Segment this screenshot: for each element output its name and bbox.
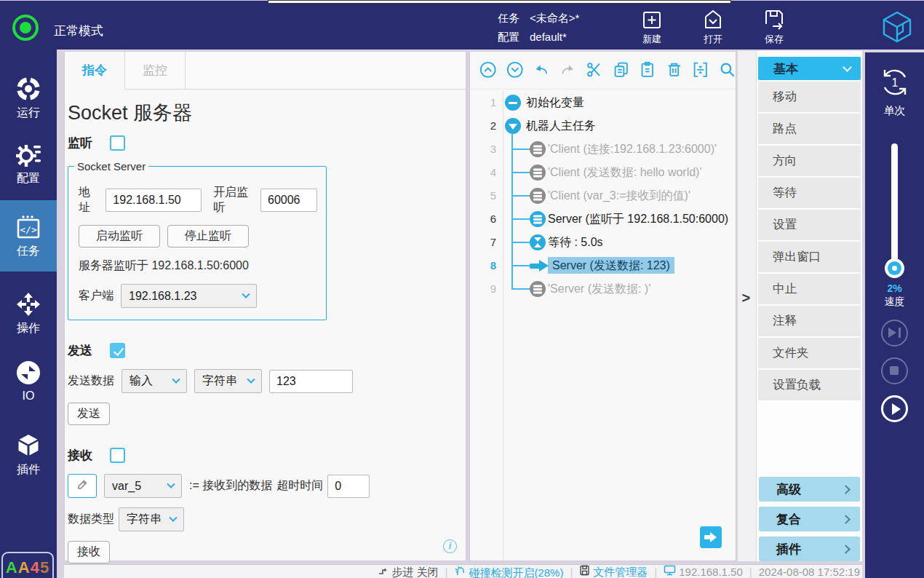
play-button[interactable] [881,395,908,422]
send-type-select[interactable]: 字符串 [194,369,262,393]
robot-id-badge[interactable]: AA45 [1,552,54,578]
listen-checkbox[interactable] [110,135,125,151]
step-forward-button[interactable] [881,320,908,347]
sidebar-item-run[interactable]: 运行 [0,76,57,121]
receive-var-select[interactable]: var_5 [104,474,182,498]
command-item-label: 移动 [773,89,797,105]
undo-icon[interactable] [533,61,550,80]
command-item[interactable]: 设置 [758,210,861,240]
datatype-select[interactable]: 字符串 [119,507,184,531]
address-input[interactable] [105,189,202,212]
step-mode-icon [378,565,389,578]
copy-icon[interactable] [613,61,630,80]
command-group-label: 复合 [776,511,801,528]
sidebar-item-io[interactable]: IO [0,360,57,403]
tree-row[interactable]: 8 Server (发送数据: 123) [470,254,736,277]
node-icon [505,95,521,111]
tree-row[interactable]: 5 'Client (var_3:=接收到的值)' [470,184,736,207]
command-item[interactable]: 注释 [758,306,861,336]
command-group-composite[interactable]: 复合 [759,507,860,531]
edit-variable-button[interactable] [68,474,97,498]
send-checkbox[interactable] [110,343,125,358]
file-manager-link[interactable]: 文件管理器 [579,565,648,578]
start-listen-button[interactable]: 启动监听 [79,225,160,248]
robot-status-indicator[interactable] [12,15,39,41]
command-group-basic[interactable]: 基本 [758,57,861,80]
cut-icon[interactable] [586,61,603,80]
tree-row[interactable]: 4 'Client (发送数据: hello world)' [470,161,736,184]
paste-icon[interactable] [639,61,656,80]
tree-row[interactable]: 7 等待 : 5.0s [470,231,736,254]
sidebar-item-label: 任务 [0,244,57,259]
tab-monitor[interactable]: 监控 [125,52,186,90]
command-item[interactable]: 设置负载 [758,370,861,400]
svg-text:1: 1 [891,76,898,89]
sidebar-item-operate[interactable]: 操作 [0,291,57,336]
chevron-down-icon [247,375,255,383]
command-item[interactable]: 中止 [758,274,861,304]
expand-all-icon[interactable] [506,61,524,80]
command-group-label: 高级 [776,481,801,498]
chevron-down-icon [172,375,180,383]
command-item[interactable]: 路点 [758,114,861,144]
network-status[interactable]: 192.168.1.50 [664,565,743,578]
timeout-input[interactable] [327,475,370,498]
sidebar-item-label: 操作 [0,321,57,336]
insert-icon[interactable] [692,61,709,80]
sidebar-item-config[interactable]: 配置 [0,141,57,186]
redo-icon[interactable] [559,61,577,80]
insert-arrow-button[interactable] [700,526,722,548]
collision-text: 碰撞检测开启(28%) [469,566,563,578]
send-source-select[interactable]: 输入 [122,369,187,393]
collapse-all-icon[interactable] [479,61,497,80]
command-item[interactable]: 方向 [758,146,861,176]
command-group-advanced[interactable]: 高级 [759,477,860,502]
tree-row[interactable]: 1 初始化变量 [470,91,736,114]
command-item[interactable]: 文件夹 [758,338,861,368]
receive-checkbox[interactable] [110,448,125,463]
save-button[interactable]: 保存 [754,8,794,46]
speed-slider-track[interactable] [891,143,898,277]
tree-row[interactable]: 3 'Client (连接:192.168.1.23:6000)' [470,138,736,161]
command-group-plugin[interactable]: 插件 [759,537,860,561]
send-value-input[interactable] [269,370,353,393]
new-button[interactable]: 新建 [632,8,672,46]
speed-label: 速度 [865,296,924,309]
status-separator: | [749,565,752,578]
search-icon[interactable] [719,61,736,80]
open-button[interactable]: 打开 [693,8,733,46]
io-icon [0,360,57,386]
pencil-icon [75,478,89,495]
stop-listen-button[interactable]: 停止监听 [167,225,249,248]
tree-row[interactable]: 9 'Server (发送数据: )' [470,277,736,301]
info-icon[interactable]: i [443,539,457,553]
chevron-down-icon [169,513,177,521]
receive-button[interactable]: 接收 [68,541,110,563]
command-item[interactable]: 移动 [758,82,861,112]
delete-icon[interactable] [666,61,683,80]
port-input[interactable] [260,189,317,212]
single-run-toggle[interactable]: 1 单次 [865,66,924,118]
collision-status[interactable]: 碰撞检测开启(28%) [454,565,563,578]
node-icon [530,188,546,204]
node-icon [530,141,546,157]
sidebar-item-task[interactable]: </> 任务 [0,200,57,272]
step-mode-status[interactable]: 步进 关闭 [378,565,438,578]
address-label: 地址 [79,185,98,215]
socket-server-form: Socket 服务器 监听 Socket Server 地址 开启监听 启动监听… [65,90,466,563]
tree-row[interactable]: 6 Server (监听于 192.168.1.50:6000) [470,207,736,231]
stop-button[interactable] [881,357,908,384]
command-item[interactable]: 弹出窗口 [758,242,861,272]
sidebar: 运行 配置 </> 任务 操作 IO 插件 AA45 [0,50,57,578]
client-select[interactable]: 192.168.1.23 [121,284,257,308]
tab-instruction[interactable]: 指令 [65,52,125,90]
expand-panel-chevron[interactable]: > [742,290,752,306]
status-bar: 步进 关闭 | 碰撞检测开启(28%) | 文件管理器 | 192.168.1.… [64,564,862,578]
node-icon [530,234,546,250]
tree-row[interactable]: 2 机器人主任务 [470,114,736,138]
speed-slider-handle[interactable] [885,258,904,278]
send-button[interactable]: 发送 [68,403,110,425]
command-item[interactable]: 等待 [758,178,861,208]
collision-icon [454,565,466,578]
sidebar-item-plugin[interactable]: 插件 [0,432,57,478]
